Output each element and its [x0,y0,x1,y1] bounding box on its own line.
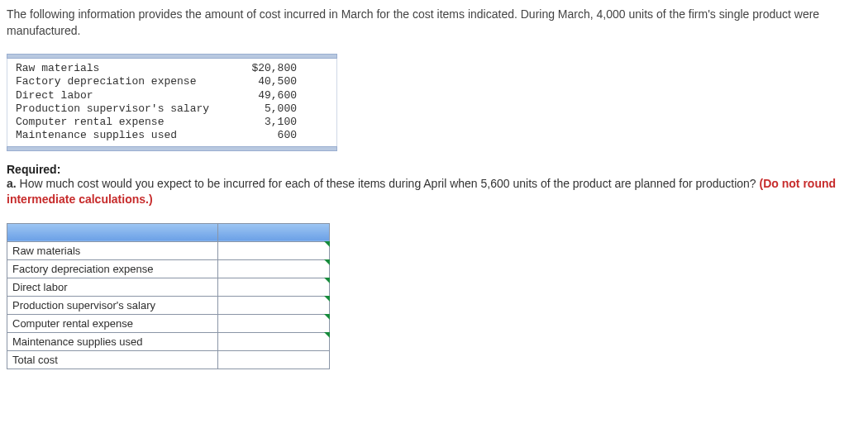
march-cost-block: Raw materials $20,800 Factory depreciati… [7,54,337,151]
input-caret-icon [324,296,330,302]
cost-row: Factory depreciation expense 40,500 [16,75,328,88]
row-label: Direct labor [7,278,218,296]
answer-input-computer-rental[interactable] [218,314,330,332]
answer-input-raw-materials[interactable] [218,241,330,259]
answer-table: Raw materials Factory depreciation expen… [7,223,330,369]
header-label-cell [7,223,218,241]
cost-label: Production supervisor's salary [16,102,222,116]
cost-value: 3,100 [222,116,297,129]
header-input-cell [218,223,330,241]
row-label: Factory depreciation expense [7,259,218,278]
cost-label: Direct labor [16,89,222,102]
row-label: Maintenance supplies used [7,332,218,350]
table-row: Direct labor [7,278,330,296]
table-row: Computer rental expense [7,314,330,332]
cost-value: 600 [222,129,297,142]
answer-input-total[interactable] [218,350,330,369]
cost-row: Production supervisor's salary 5,000 [16,102,328,116]
part-label: a. [7,177,17,190]
required-heading: Required: [7,163,861,176]
input-caret-icon [324,314,330,320]
answer-input-direct-labor[interactable] [218,278,330,296]
answer-input-factory-depreciation[interactable] [218,259,330,278]
march-cost-list: Raw materials $20,800 Factory depreciati… [7,59,337,146]
cost-label: Factory depreciation expense [16,75,222,88]
cost-row: Direct labor 49,600 [16,89,328,102]
table-row-total: Total cost [7,350,330,369]
question-body: How much cost would you expect to be inc… [20,177,756,190]
cost-label: Maintenance supplies used [16,129,222,142]
cost-value: 40,500 [222,75,297,88]
block-bottom-bar [7,146,337,151]
input-caret-icon [324,332,330,338]
cost-value: $20,800 [222,62,297,75]
question-text: a. How much cost would you expect to be … [7,176,861,208]
cost-label: Computer rental expense [16,116,222,129]
intro-text: The following information provides the a… [7,7,861,39]
row-label: Computer rental expense [7,314,218,332]
answer-input-supervisor-salary[interactable] [218,296,330,314]
row-label: Raw materials [7,241,218,259]
input-caret-icon [324,241,330,247]
input-caret-icon [324,259,330,265]
required-block: Required: a. How much cost would you exp… [7,163,861,208]
cost-value: 5,000 [222,102,297,116]
cost-label: Raw materials [16,62,222,75]
table-row: Raw materials [7,241,330,259]
cost-value: 49,600 [222,89,297,102]
row-label: Production supervisor's salary [7,296,218,314]
row-label: Total cost [7,350,218,369]
table-header-row [7,223,330,241]
answer-input-maintenance-supplies[interactable] [218,332,330,350]
input-caret-icon [324,278,330,283]
cost-row: Maintenance supplies used 600 [16,129,328,142]
table-row: Production supervisor's salary [7,296,330,314]
table-row: Factory depreciation expense [7,259,330,278]
cost-row: Raw materials $20,800 [16,62,328,75]
table-row: Maintenance supplies used [7,332,330,350]
cost-row: Computer rental expense 3,100 [16,116,328,129]
